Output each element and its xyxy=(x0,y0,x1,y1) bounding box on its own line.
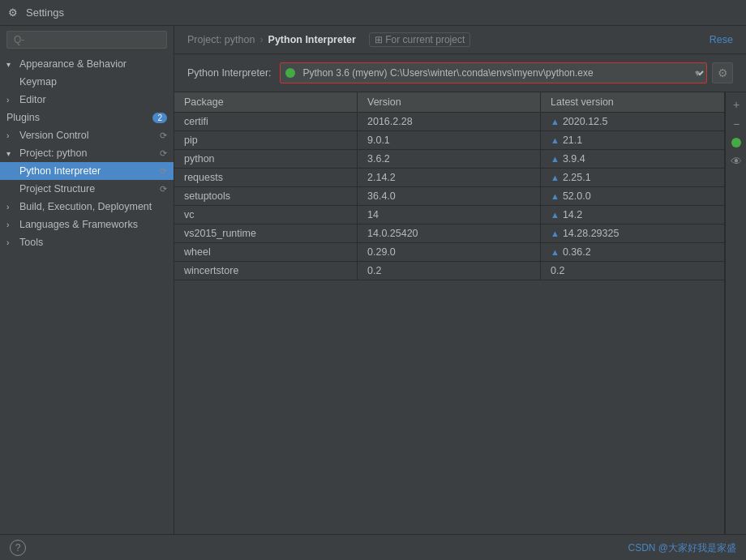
main-layout: ▾Appearance & BehaviorKeymap›EditorPlugi… xyxy=(0,26,746,560)
help-button[interactable]: ? xyxy=(10,540,26,556)
latest-version: ▲ 3.9.4 xyxy=(541,150,724,168)
upgrade-arrow-icon: ▲ xyxy=(551,135,560,145)
sidebar-item-label: Plugins xyxy=(6,112,40,123)
table-header: Package Version Latest version xyxy=(174,92,724,113)
latest-version: 0.2 xyxy=(541,262,724,280)
package-name: setuptools xyxy=(174,187,358,205)
package-version: 2016.2.28 xyxy=(358,113,541,130)
upgrade-arrow-icon: ▲ xyxy=(551,247,560,257)
sidebar-item-label: Editor xyxy=(19,94,46,105)
latest-version: ▲ 0.36.2 xyxy=(541,243,724,261)
sidebar-item-project-structure[interactable]: Project Structure⟳ xyxy=(0,180,174,198)
chevron-icon: › xyxy=(6,203,18,212)
interpreter-settings-button[interactable]: ⚙ xyxy=(712,62,733,83)
package-name: pip xyxy=(174,131,358,149)
table-row[interactable]: setuptools 36.4.0 ▲ 52.0.0 xyxy=(174,187,724,206)
remove-package-button[interactable]: − xyxy=(727,115,745,133)
sidebar-item-label: Keymap xyxy=(19,76,57,88)
package-version: 0.29.0 xyxy=(358,243,541,261)
table-row[interactable]: vc 14 ▲ 14.2 xyxy=(174,206,724,224)
latest-version: ▲ 14.28.29325 xyxy=(541,224,724,242)
sidebar-item-label: Version Control xyxy=(19,130,88,141)
sidebar-item-label: Project: python xyxy=(19,147,87,159)
upgrade-arrow-icon: ▲ xyxy=(551,117,560,126)
interpreter-select-wrapper[interactable]: Python 3.6 (myenv) C:\Users\winter\.cond… xyxy=(280,62,707,83)
table-row[interactable]: vs2015_runtime 14.0.25420 ▲ 14.28.29325 xyxy=(174,224,724,243)
package-version: 2.14.2 xyxy=(358,169,541,186)
upgrade-arrow-icon: ▲ xyxy=(551,229,560,238)
sync-icon: ⟳ xyxy=(160,148,167,159)
col-latest[interactable]: Latest version xyxy=(541,92,724,112)
breadcrumb-current: Python Interpreter xyxy=(268,34,356,45)
table-row[interactable]: certifi 2016.2.28 ▲ 2020.12.5 xyxy=(174,113,724,131)
package-name: wheel xyxy=(174,243,358,261)
package-name: requests xyxy=(174,169,358,186)
table-row[interactable]: wheel 0.29.0 ▲ 0.36.2 xyxy=(174,243,724,262)
sidebar-item-label: Tools xyxy=(19,237,43,248)
sidebar-item-label: Build, Execution, Deployment xyxy=(19,201,152,212)
content-area: Project: python › Python Interpreter ⊞ F… xyxy=(174,26,746,560)
col-package[interactable]: Package xyxy=(174,92,358,112)
latest-version: ▲ 2.25.1 xyxy=(541,169,724,186)
package-name: certifi xyxy=(174,113,358,130)
packages-area: Package Version Latest version certifi 2… xyxy=(174,92,746,560)
settings-icon: ⚙ xyxy=(8,6,21,19)
interpreter-select[interactable]: Python 3.6 (myenv) C:\Users\winter\.cond… xyxy=(300,66,706,79)
package-version: 14 xyxy=(358,206,541,224)
package-version: 3.6.2 xyxy=(358,150,541,168)
sync-icon: ⟳ xyxy=(160,166,167,177)
bottom-bar: ? CSDN @大家好我是家盛 xyxy=(0,534,746,560)
package-version: 0.2 xyxy=(358,262,541,280)
table-row[interactable]: python 3.6.2 ▲ 3.9.4 xyxy=(174,150,724,169)
chevron-icon: › xyxy=(6,131,18,140)
sidebar-item-label: Appearance & Behavior xyxy=(19,58,126,70)
table-body: certifi 2016.2.28 ▲ 2020.12.5 pip 9.0.1 … xyxy=(174,113,724,280)
sidebar-item-version-control[interactable]: ›Version Control⟳ xyxy=(0,126,174,144)
package-version: 14.0.25420 xyxy=(358,224,541,242)
interpreter-row: Python Interpreter: Python 3.6 (myenv) C… xyxy=(174,54,746,92)
chevron-icon: ▾ xyxy=(6,149,18,158)
table-row[interactable]: requests 2.14.2 ▲ 2.25.1 xyxy=(174,169,724,187)
sync-icon: ⟳ xyxy=(160,184,167,195)
chevron-icon: › xyxy=(6,220,18,229)
eye-button[interactable]: 👁 xyxy=(727,152,745,170)
badge: 2 xyxy=(152,113,167,123)
reset-link[interactable]: Rese xyxy=(710,34,733,45)
add-package-button[interactable]: + xyxy=(727,96,745,113)
table-row[interactable]: pip 9.0.1 ▲ 21.1 xyxy=(174,131,724,150)
package-name: wincertstore xyxy=(174,262,358,280)
latest-version: ▲ 21.1 xyxy=(541,131,724,149)
sidebar-item-plugins[interactable]: Plugins2 xyxy=(0,109,174,126)
package-name: python xyxy=(174,150,358,168)
breadcrumb-tag: ⊞ For current project xyxy=(369,32,470,47)
sidebar-item-label: Languages & Frameworks xyxy=(19,219,138,230)
sidebar-item-tools[interactable]: ›Tools xyxy=(0,233,174,251)
sync-icon: ⟳ xyxy=(160,130,167,141)
sidebar-item-build-execution[interactable]: ›Build, Execution, Deployment xyxy=(0,198,174,216)
watermark: CSDN @大家好我是家盛 xyxy=(628,541,736,555)
breadcrumb-separator: › xyxy=(259,34,263,45)
sidebar: ▾Appearance & BehaviorKeymap›EditorPlugi… xyxy=(0,26,174,560)
latest-version: ▲ 14.2 xyxy=(541,206,724,224)
table-row[interactable]: wincertstore 0.2 0.2 xyxy=(174,262,724,280)
search-input[interactable] xyxy=(6,31,167,49)
breadcrumb: Project: python › Python Interpreter ⊞ F… xyxy=(174,26,746,54)
packages-table: Package Version Latest version certifi 2… xyxy=(174,92,725,560)
chevron-icon: › xyxy=(6,238,18,247)
col-version[interactable]: Version xyxy=(358,92,541,112)
sidebar-item-appearance[interactable]: ▾Appearance & Behavior xyxy=(0,55,174,73)
latest-version: ▲ 52.0.0 xyxy=(541,187,724,205)
sidebar-item-keymap[interactable]: Keymap xyxy=(0,73,174,91)
sidebar-item-python-interpreter[interactable]: Python Interpreter⟳ xyxy=(0,162,174,180)
sidebar-item-editor[interactable]: ›Editor xyxy=(0,91,174,109)
upgrade-arrow-icon: ▲ xyxy=(551,210,560,220)
chevron-icon: ▾ xyxy=(6,60,18,69)
upgrade-arrow-icon: ▲ xyxy=(551,154,560,164)
sidebar-item-languages-frameworks[interactable]: ›Languages & Frameworks xyxy=(0,216,174,233)
interpreter-label: Python Interpreter: xyxy=(187,67,272,79)
package-name: vs2015_runtime xyxy=(174,224,358,242)
title-bar-text: Settings xyxy=(26,6,64,19)
sidebar-item-label: Project Structure xyxy=(19,183,95,195)
sidebar-item-project-python[interactable]: ▾Project: python⟳ xyxy=(0,144,174,162)
interpreter-status-dot xyxy=(285,68,295,78)
